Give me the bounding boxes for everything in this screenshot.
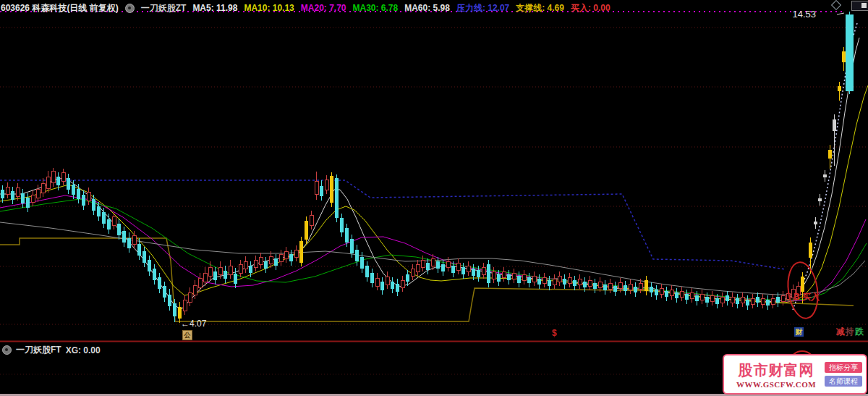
watermark-box: 股市财富网 WWW.GSCFW.COM 指标分享 名师课程 xyxy=(723,354,867,395)
event-marker-reduction[interactable]: 减持跌 xyxy=(836,327,864,336)
sub-indicator-value: XG: 0.00 xyxy=(66,345,101,355)
watermark-right: 指标分享 名师课程 xyxy=(825,362,862,387)
buy-signal-value: 买入: 0.00 xyxy=(571,2,610,14)
pressure-line-value: 压力线: 12.07 xyxy=(456,2,509,14)
event-marker-dividend[interactable]: $ xyxy=(552,329,557,337)
indicator-name[interactable]: 一刀妖股ZT xyxy=(141,2,187,14)
ma5-value: MA5: 11.98 xyxy=(192,3,237,13)
sub-indicator-name[interactable]: 一刀妖股FT xyxy=(16,344,61,356)
svg-text:B 买入: B 买入 xyxy=(793,292,820,302)
event-marker-announcement[interactable]: 公 xyxy=(182,330,192,340)
ma10-value: MA10: 10.13 xyxy=(244,3,294,13)
watermark-badge-indicator-share: 指标分享 xyxy=(825,362,862,373)
event-marker-char: 跌 xyxy=(855,327,864,337)
stock-title: 603626 科森科技(日线 前复权) xyxy=(1,2,119,14)
support-line-value: 支撑线: 4.69 xyxy=(516,2,564,14)
event-marker-financial-report[interactable]: 财 xyxy=(794,327,804,337)
svg-text:14.53: 14.53 xyxy=(792,9,816,20)
ma20-value: MA20: 7.70 xyxy=(301,3,346,13)
watermark-site-name: 股市财富网 xyxy=(739,361,814,380)
svg-text:←4.07: ←4.07 xyxy=(181,319,207,329)
toolbox-icon[interactable] xyxy=(851,1,868,11)
watermark-site-url: WWW.GSCFW.COM xyxy=(736,380,816,389)
sub-indicator-header: 一刀妖股FT XG: 0.00 xyxy=(2,344,101,356)
event-marker-char: 减 xyxy=(836,327,846,337)
toolbox-icon-inner xyxy=(861,3,867,8)
event-marker-char: 持 xyxy=(846,327,855,337)
sub-indicator-icon xyxy=(2,345,12,355)
watermark-left: 股市财富网 WWW.GSCFW.COM xyxy=(728,361,825,389)
ma30-value: MA30: 6.78 xyxy=(353,3,399,13)
candlestick-chart[interactable]: 14.53←4.07B 买入 xyxy=(0,0,868,396)
indicator-icon xyxy=(125,4,135,13)
ma60-value: MA60: 5.98 xyxy=(404,3,450,13)
watermark-badge-teacher-course: 名师课程 xyxy=(825,376,862,387)
chart-header: 603626 科森科技(日线 前复权) 一刀妖股ZT MA5: 11.98 MA… xyxy=(0,0,610,16)
